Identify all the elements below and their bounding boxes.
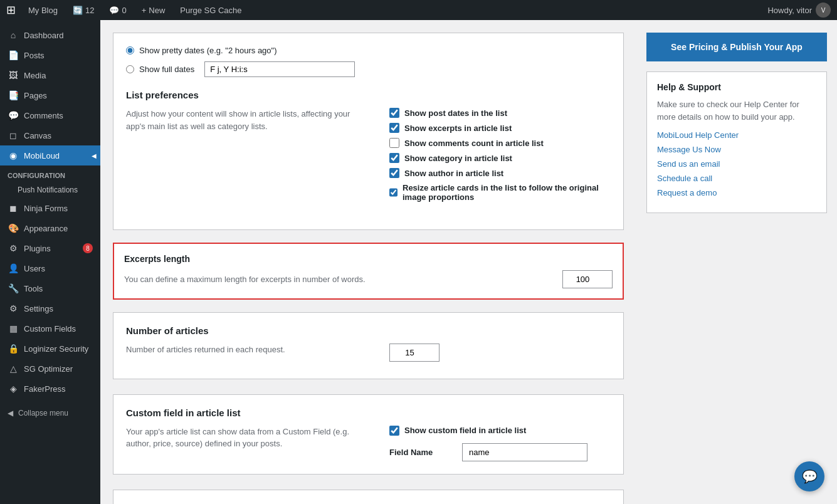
- checkbox-post-dates: Show post dates in the list: [389, 108, 611, 118]
- dashboard-icon: ⌂: [8, 30, 19, 40]
- media-icon: 🖼: [8, 70, 19, 80]
- post-dates-checkbox[interactable]: [389, 108, 399, 118]
- resize-label: Resize article cards in the list to foll…: [403, 183, 611, 202]
- help-support-card: Help & Support Make sure to check our He…: [646, 71, 827, 213]
- canvas-icon: ◻: [8, 130, 19, 140]
- new-content-link[interactable]: + New: [137, 0, 171, 20]
- sidebar-item-label: Canvas: [24, 131, 51, 140]
- sidebar-item-label: Users: [24, 264, 45, 273]
- user-info: Howdy, vitor V: [767, 3, 831, 18]
- field-name-input[interactable]: [462, 443, 587, 461]
- sidebar-item-push-notifications[interactable]: Push Notifications: [0, 182, 100, 198]
- number-articles-desc-col: Number of articles returned in each requ…: [126, 344, 364, 366]
- fakerpress-icon: ◈: [8, 384, 19, 394]
- checkbox-resize: Resize article cards in the list to foll…: [389, 183, 611, 202]
- resize-checkbox[interactable]: [389, 187, 397, 197]
- sidebar-item-label: Tools: [24, 284, 43, 293]
- comments-count: 0: [122, 6, 126, 15]
- sidebar-item-canvas[interactable]: ◻ Canvas: [0, 125, 100, 145]
- number-articles-input[interactable]: [389, 344, 440, 362]
- sidebar-item-label: Settings: [24, 304, 53, 313]
- sidebar-item-mobiloud[interactable]: ◉ MobiLoud: [0, 145, 100, 165]
- help-link-helpcenter[interactable]: MobiLoud Help Center: [657, 130, 816, 140]
- collapse-arrow-icon: ◀: [8, 409, 13, 417]
- plugins-badge: 8: [83, 243, 93, 253]
- sidebar-item-media[interactable]: 🖼 Media: [0, 65, 100, 85]
- excerpts-length-box: Excerpts length You can define a maximum…: [113, 243, 624, 300]
- pretty-dates-radio[interactable]: [126, 46, 134, 55]
- help-link-schedule[interactable]: Schedule a call: [657, 174, 816, 183]
- site-name-link[interactable]: My Blog: [23, 0, 63, 20]
- purge-cache-button[interactable]: Purge SG Cache: [175, 0, 246, 20]
- help-title: Help & Support: [657, 82, 816, 92]
- list-preferences-section: List preferences Adjust how your content…: [126, 90, 611, 202]
- sidebar-item-pages[interactable]: 📑 Pages: [0, 85, 100, 105]
- comments-link[interactable]: 💬 0: [104, 0, 131, 20]
- sidebar-item-dashboard[interactable]: ⌂ Dashboard: [0, 25, 100, 45]
- pages-icon: 📑: [8, 90, 19, 100]
- sidebar-item-loginizer[interactable]: 🔒 Loginizer Security: [0, 339, 100, 359]
- custom-field-controls: Show custom field in article list Field …: [389, 426, 611, 461]
- sidebar-item-fakerpress[interactable]: ◈ FakerPress: [0, 379, 100, 399]
- author-checkbox[interactable]: [389, 168, 399, 178]
- field-name-label: Field Name: [389, 448, 452, 457]
- list-preferences-title: List preferences: [126, 90, 611, 100]
- help-link-message-us[interactable]: Message Us Now: [657, 145, 816, 154]
- post-dates-label: Show post dates in the list: [404, 108, 507, 118]
- category-checkbox[interactable]: [389, 153, 399, 163]
- sidebar-item-appearance[interactable]: 🎨 Appearance: [0, 218, 100, 238]
- sidebar-item-custom-fields[interactable]: ▦ Custom Fields: [0, 318, 100, 339]
- sg-optimizer-icon: △: [8, 364, 19, 374]
- sidebar-item-ninja-forms[interactable]: ◼ Ninja Forms: [0, 198, 100, 218]
- sidebar-item-tools[interactable]: 🔧 Tools: [0, 278, 100, 298]
- sidebar-item-settings[interactable]: ⚙ Settings: [0, 298, 100, 318]
- plus-icon: +: [142, 6, 147, 15]
- settings-icon: ⚙: [8, 303, 19, 313]
- pretty-dates-row: Show pretty dates (e.g. "2 hours ago"): [126, 46, 611, 55]
- checkbox-comments-count: Show comments count in article list: [389, 138, 611, 148]
- tools-icon: 🔧: [8, 283, 19, 293]
- date-radio-group: Show pretty dates (e.g. "2 hours ago") S…: [126, 46, 611, 77]
- sidebar-item-posts[interactable]: 📄 Posts: [0, 45, 100, 65]
- comments-count-checkbox[interactable]: [389, 138, 399, 148]
- update-icon: 🔄: [73, 6, 83, 15]
- date-format-input[interactable]: [204, 61, 355, 77]
- custom-field-section: Custom field in article list Your app's …: [113, 394, 624, 475]
- help-link-demo[interactable]: Request a demo: [657, 188, 816, 197]
- pretty-dates-label: Show pretty dates (e.g. "2 hours ago"): [139, 46, 277, 55]
- excerpts-length-desc: You can define a maximum length for exce…: [124, 275, 552, 284]
- number-of-articles-section: Number of articles Number of articles re…: [113, 312, 624, 379]
- excerpts-checkbox[interactable]: [389, 123, 399, 133]
- full-dates-radio[interactable]: [126, 65, 134, 73]
- show-custom-field-checkbox[interactable]: [389, 426, 399, 436]
- sidebar-item-users[interactable]: 👤 Users: [0, 258, 100, 278]
- appearance-icon: 🎨: [8, 223, 19, 233]
- custom-field-title: Custom field in article list: [126, 407, 611, 418]
- ninja-forms-icon: ◼: [8, 203, 19, 213]
- list-prefs-checkboxes: Show post dates in the list Show excerpt…: [389, 108, 611, 202]
- help-link-email[interactable]: Send us an email: [657, 159, 816, 169]
- sidebar-item-label: Pages: [24, 91, 47, 100]
- sidebar-item-label: Loginizer Security: [24, 344, 88, 354]
- sidebar-item-comments[interactable]: 💬 Comments: [0, 105, 100, 125]
- posts-icon: 📄: [8, 50, 19, 60]
- comment-icon: 💬: [109, 6, 119, 15]
- updates-count: 12: [85, 6, 94, 15]
- excerpts-length-title: Excerpts length: [124, 254, 613, 264]
- collapse-menu-button[interactable]: ◀ Collapse menu: [0, 404, 100, 423]
- config-section-label: Configuration: [0, 165, 100, 182]
- chat-button[interactable]: 💬: [794, 461, 824, 491]
- excerpts-length-input[interactable]: [562, 270, 613, 288]
- sidebar-item-sg-optimizer[interactable]: △ SG Optimizer: [0, 359, 100, 379]
- pricing-publish-button[interactable]: See Pricing & Publish Your App: [646, 33, 827, 61]
- mobiloud-icon: ◉: [8, 150, 19, 160]
- show-custom-field-label: Show custom field in article list: [404, 426, 526, 435]
- sidebar-item-plugins[interactable]: ⚙ Plugins 8: [0, 238, 100, 258]
- purge-label: Purge SG Cache: [180, 6, 241, 15]
- users-icon: 👤: [8, 263, 19, 273]
- updates-link[interactable]: 🔄 12: [68, 0, 99, 20]
- list-prefs-checkboxes-col: Show post dates in the list Show excerpt…: [389, 108, 611, 202]
- sidebar-item-label: MobiLoud: [24, 151, 60, 160]
- list-prefs-desc: Adjust how your content will show in art…: [126, 108, 364, 132]
- collapse-label: Collapse menu: [18, 409, 68, 417]
